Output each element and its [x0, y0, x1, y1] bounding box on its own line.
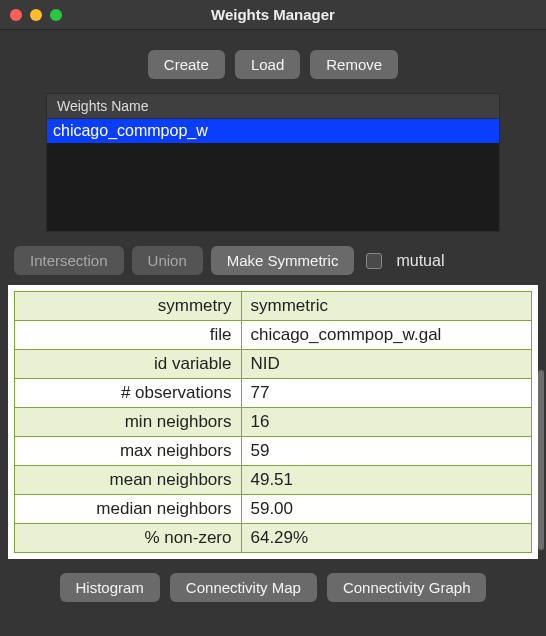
- table-row: min neighbors 16: [15, 408, 532, 437]
- histogram-button[interactable]: Histogram: [60, 573, 160, 602]
- titlebar: Weights Manager: [0, 0, 546, 30]
- properties-table: symmetry symmetric file chicago_commpop_…: [14, 291, 532, 553]
- table-row: mean neighbors 49.51: [15, 466, 532, 495]
- table-row: median neighbors 59.00: [15, 495, 532, 524]
- prop-val: 64.29%: [242, 524, 532, 553]
- table-row: max neighbors 59: [15, 437, 532, 466]
- weights-list-header[interactable]: Weights Name: [47, 94, 499, 119]
- mutual-checkbox[interactable]: [366, 253, 382, 269]
- prop-key: min neighbors: [15, 408, 242, 437]
- toolbar: Create Load Remove: [0, 30, 546, 93]
- window-title: Weights Manager: [211, 6, 335, 23]
- prop-key: max neighbors: [15, 437, 242, 466]
- connectivity-graph-button[interactable]: Connectivity Graph: [327, 573, 487, 602]
- load-button[interactable]: Load: [235, 50, 300, 79]
- prop-val: 77: [242, 379, 532, 408]
- prop-val: 59: [242, 437, 532, 466]
- prop-key: symmetry: [15, 292, 242, 321]
- prop-key: median neighbors: [15, 495, 242, 524]
- prop-val: 59.00: [242, 495, 532, 524]
- make-symmetric-button[interactable]: Make Symmetric: [211, 246, 355, 275]
- mutual-label: mutual: [396, 252, 444, 270]
- remove-button[interactable]: Remove: [310, 50, 398, 79]
- prop-val: symmetric: [242, 292, 532, 321]
- prop-val: 16: [242, 408, 532, 437]
- create-button[interactable]: Create: [148, 50, 225, 79]
- prop-key: mean neighbors: [15, 466, 242, 495]
- weights-list: Weights Name chicago_commpop_w: [46, 93, 500, 232]
- connectivity-map-button[interactable]: Connectivity Map: [170, 573, 317, 602]
- table-row: file chicago_commpop_w.gal: [15, 321, 532, 350]
- list-item[interactable]: chicago_commpop_w: [47, 119, 499, 143]
- properties-panel: symmetry symmetric file chicago_commpop_…: [8, 285, 538, 559]
- prop-key: % non-zero: [15, 524, 242, 553]
- bottom-toolbar: Histogram Connectivity Map Connectivity …: [0, 559, 546, 602]
- minimize-icon[interactable]: [30, 9, 42, 21]
- prop-key: # observations: [15, 379, 242, 408]
- prop-val: 49.51: [242, 466, 532, 495]
- scrollbar[interactable]: [538, 370, 544, 550]
- zoom-icon[interactable]: [50, 9, 62, 21]
- prop-val: NID: [242, 350, 532, 379]
- intersection-button: Intersection: [14, 246, 124, 275]
- close-icon[interactable]: [10, 9, 22, 21]
- prop-key: file: [15, 321, 242, 350]
- table-row: % non-zero 64.29%: [15, 524, 532, 553]
- table-row: # observations 77: [15, 379, 532, 408]
- prop-key: id variable: [15, 350, 242, 379]
- operations-row: Intersection Union Make Symmetric mutual: [0, 232, 546, 285]
- union-button: Union: [132, 246, 203, 275]
- table-row: id variable NID: [15, 350, 532, 379]
- window-controls: [10, 9, 62, 21]
- table-row: symmetry symmetric: [15, 292, 532, 321]
- weights-list-body[interactable]: chicago_commpop_w: [47, 119, 499, 231]
- prop-val: chicago_commpop_w.gal: [242, 321, 532, 350]
